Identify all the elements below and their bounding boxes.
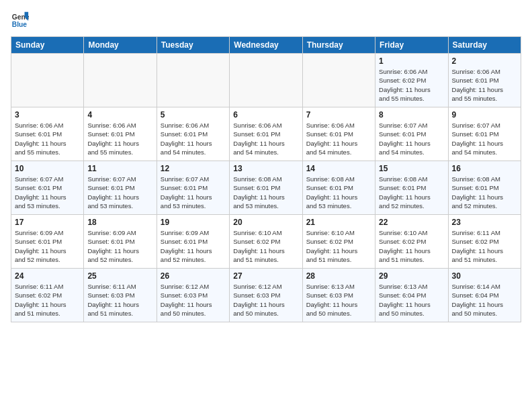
calendar-cell: 25Sunrise: 6:11 AM Sunset: 6:03 PM Dayli… [84,269,157,322]
day-number: 20 [233,218,298,227]
day-info: Sunrise: 6:13 AM Sunset: 6:04 PM Dayligh… [379,282,444,318]
calendar-cell: 14Sunrise: 6:08 AM Sunset: 6:01 PM Dayli… [302,161,375,215]
calendar-cell: 7Sunrise: 6:06 AM Sunset: 6:01 PM Daylig… [302,107,375,161]
calendar-week-row: 10Sunrise: 6:07 AM Sunset: 6:01 PM Dayli… [11,161,521,215]
calendar-cell: 19Sunrise: 6:09 AM Sunset: 6:01 PM Dayli… [157,215,229,269]
calendar-cell: 3Sunrise: 6:06 AM Sunset: 6:01 PM Daylig… [11,107,84,161]
day-number: 3 [15,110,80,120]
day-info: Sunrise: 6:08 AM Sunset: 6:01 PM Dayligh… [379,175,444,210]
day-info: Sunrise: 6:07 AM Sunset: 6:01 PM Dayligh… [161,175,226,210]
calendar-cell: 17Sunrise: 6:09 AM Sunset: 6:01 PM Dayli… [11,215,84,269]
day-info: Sunrise: 6:09 AM Sunset: 6:01 PM Dayligh… [161,228,226,264]
day-info: Sunrise: 6:12 AM Sunset: 6:03 PM Dayligh… [161,282,226,318]
day-info: Sunrise: 6:13 AM Sunset: 6:03 PM Dayligh… [306,282,371,318]
day-info: Sunrise: 6:11 AM Sunset: 6:02 PM Dayligh… [15,282,80,318]
day-info: Sunrise: 6:06 AM Sunset: 6:01 PM Dayligh… [87,121,152,156]
day-number: 19 [161,218,226,227]
day-number: 7 [306,110,371,120]
weekday-header: Sunday [11,37,84,54]
day-number: 27 [233,271,298,281]
weekday-header: Tuesday [157,37,229,54]
calendar-cell: 9Sunrise: 6:07 AM Sunset: 6:01 PM Daylig… [448,107,521,161]
weekday-header: Friday [375,37,448,54]
calendar-week-row: 1Sunrise: 6:06 AM Sunset: 6:02 PM Daylig… [11,54,521,107]
calendar-cell: 20Sunrise: 6:10 AM Sunset: 6:02 PM Dayli… [230,215,302,269]
calendar-week-row: 17Sunrise: 6:09 AM Sunset: 6:01 PM Dayli… [11,215,521,269]
calendar-cell: 5Sunrise: 6:06 AM Sunset: 6:01 PM Daylig… [157,107,229,161]
day-number: 15 [379,164,444,173]
page-header: General Blue [11,11,521,30]
day-info: Sunrise: 6:11 AM Sunset: 6:02 PM Dayligh… [452,228,517,264]
day-number: 14 [306,164,371,173]
logo-icon: General Blue [11,11,30,30]
svg-text:Blue: Blue [12,21,28,28]
calendar-cell: 15Sunrise: 6:08 AM Sunset: 6:01 PM Dayli… [375,161,448,215]
day-info: Sunrise: 6:09 AM Sunset: 6:01 PM Dayligh… [15,228,80,264]
day-number: 10 [15,164,80,173]
day-number: 28 [306,271,371,281]
weekday-row: SundayMondayTuesdayWednesdayThursdayFrid… [11,37,521,54]
day-number: 9 [452,110,517,120]
calendar-cell: 30Sunrise: 6:14 AM Sunset: 6:04 PM Dayli… [448,269,521,322]
calendar-cell: 21Sunrise: 6:10 AM Sunset: 6:02 PM Dayli… [302,215,375,269]
calendar-cell [84,54,157,107]
day-number: 30 [452,271,517,281]
day-info: Sunrise: 6:06 AM Sunset: 6:01 PM Dayligh… [233,121,298,156]
weekday-header: Thursday [302,37,375,54]
calendar-cell: 11Sunrise: 6:07 AM Sunset: 6:01 PM Dayli… [84,161,157,215]
calendar-header: SundayMondayTuesdayWednesdayThursdayFrid… [11,37,521,54]
day-info: Sunrise: 6:06 AM Sunset: 6:01 PM Dayligh… [15,121,80,156]
calendar-cell [11,54,84,107]
day-number: 13 [233,164,298,173]
calendar-cell: 16Sunrise: 6:08 AM Sunset: 6:01 PM Dayli… [448,161,521,215]
logo: General Blue [11,11,32,30]
calendar-cell: 2Sunrise: 6:06 AM Sunset: 6:01 PM Daylig… [448,54,521,107]
calendar-cell: 13Sunrise: 6:08 AM Sunset: 6:01 PM Dayli… [230,161,302,215]
weekday-header: Monday [84,37,157,54]
day-info: Sunrise: 6:09 AM Sunset: 6:01 PM Dayligh… [87,228,152,264]
calendar-week-row: 24Sunrise: 6:11 AM Sunset: 6:02 PM Dayli… [11,269,521,322]
calendar-cell [230,54,302,107]
day-number: 21 [306,218,371,227]
calendar-cell: 24Sunrise: 6:11 AM Sunset: 6:02 PM Dayli… [11,269,84,322]
day-number: 22 [379,218,444,227]
calendar-cell: 29Sunrise: 6:13 AM Sunset: 6:04 PM Dayli… [375,269,448,322]
calendar-cell: 4Sunrise: 6:06 AM Sunset: 6:01 PM Daylig… [84,107,157,161]
day-info: Sunrise: 6:07 AM Sunset: 6:01 PM Dayligh… [379,121,444,156]
calendar-cell: 28Sunrise: 6:13 AM Sunset: 6:03 PM Dayli… [302,269,375,322]
day-info: Sunrise: 6:12 AM Sunset: 6:03 PM Dayligh… [233,282,298,318]
day-info: Sunrise: 6:10 AM Sunset: 6:02 PM Dayligh… [233,228,298,264]
day-number: 6 [233,110,298,120]
calendar-cell: 26Sunrise: 6:12 AM Sunset: 6:03 PM Dayli… [157,269,229,322]
day-info: Sunrise: 6:07 AM Sunset: 6:01 PM Dayligh… [87,175,152,210]
calendar-cell [302,54,375,107]
day-number: 25 [87,271,152,281]
day-number: 26 [161,271,226,281]
day-number: 29 [379,271,444,281]
day-info: Sunrise: 6:06 AM Sunset: 6:01 PM Dayligh… [452,67,517,103]
day-info: Sunrise: 6:08 AM Sunset: 6:01 PM Dayligh… [452,175,517,210]
calendar-cell: 1Sunrise: 6:06 AM Sunset: 6:02 PM Daylig… [375,54,448,107]
day-info: Sunrise: 6:10 AM Sunset: 6:02 PM Dayligh… [379,228,444,264]
calendar-cell: 8Sunrise: 6:07 AM Sunset: 6:01 PM Daylig… [375,107,448,161]
day-number: 11 [87,164,152,173]
weekday-header: Wednesday [230,37,302,54]
weekday-header: Saturday [448,37,521,54]
calendar-cell: 10Sunrise: 6:07 AM Sunset: 6:01 PM Dayli… [11,161,84,215]
calendar-cell [157,54,229,107]
day-info: Sunrise: 6:08 AM Sunset: 6:01 PM Dayligh… [233,175,298,210]
day-info: Sunrise: 6:06 AM Sunset: 6:01 PM Dayligh… [161,121,226,156]
day-number: 2 [452,56,517,66]
day-info: Sunrise: 6:07 AM Sunset: 6:01 PM Dayligh… [452,121,517,156]
calendar-cell: 23Sunrise: 6:11 AM Sunset: 6:02 PM Dayli… [448,215,521,269]
day-number: 23 [452,218,517,227]
day-number: 18 [87,218,152,227]
day-info: Sunrise: 6:11 AM Sunset: 6:03 PM Dayligh… [87,282,152,318]
calendar-week-row: 3Sunrise: 6:06 AM Sunset: 6:01 PM Daylig… [11,107,521,161]
day-number: 17 [15,218,80,227]
day-number: 12 [161,164,226,173]
calendar-cell: 12Sunrise: 6:07 AM Sunset: 6:01 PM Dayli… [157,161,229,215]
day-info: Sunrise: 6:08 AM Sunset: 6:01 PM Dayligh… [306,175,371,210]
day-info: Sunrise: 6:14 AM Sunset: 6:04 PM Dayligh… [452,282,517,318]
day-info: Sunrise: 6:07 AM Sunset: 6:01 PM Dayligh… [15,175,80,210]
